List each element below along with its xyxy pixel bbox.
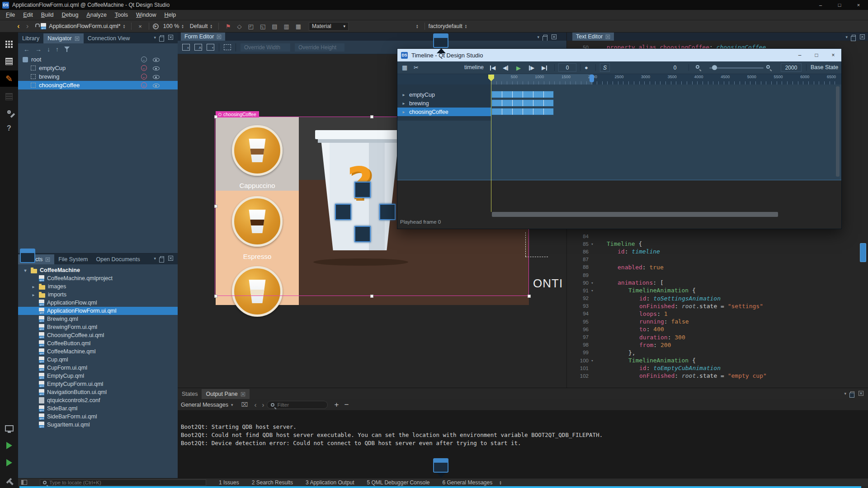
previous-frame-button[interactable]: ◀ <box>503 65 508 71</box>
timeline-track-row[interactable]: ▸ emptyCup <box>397 90 491 99</box>
code-line[interactable]: 84 <box>567 232 868 240</box>
toggle-sidebar-icon[interactable] <box>21 480 27 485</box>
fold-marker-icon[interactable]: ▾ <box>589 281 596 285</box>
expand-arrow-icon[interactable]: ▸ <box>401 109 406 114</box>
timeline-minimize-button[interactable]: – <box>792 49 808 61</box>
timeline-settings-icon[interactable]: ▦ <box>402 64 407 71</box>
close-panel-icon[interactable] <box>168 35 173 40</box>
next-item-icon[interactable]: › <box>262 401 264 408</box>
end-frame-marker[interactable] <box>590 75 594 82</box>
code-line[interactable]: 98 from: 200 <box>567 341 868 349</box>
zoom-out-icon[interactable] <box>696 65 699 69</box>
pane-stepper[interactable]: ▴▾ <box>500 480 501 485</box>
easing-curve-icon[interactable]: S <box>600 63 610 72</box>
output-channel-selector[interactable]: General Messages <box>181 402 228 408</box>
close-panel-icon[interactable] <box>860 34 865 39</box>
project-file-row[interactable]: EmptyCupForm.ui.qml <box>18 380 178 388</box>
maximize-pane-icon[interactable] <box>859 391 863 396</box>
output-filter-input[interactable]: Filter <box>267 401 328 409</box>
design-mode-icon[interactable]: ✎ <box>0 70 18 87</box>
collapse-pane-icon[interactable]: ▾ <box>844 391 846 396</box>
snap-anchor-icon[interactable]: A <box>194 44 202 51</box>
project-file-row[interactable]: CupForm.ui.qml <box>18 364 178 372</box>
keyframe-bar[interactable] <box>491 99 554 107</box>
minimize-button[interactable]: – <box>811 0 830 10</box>
run-button[interactable] <box>0 438 18 453</box>
output-pane-button[interactable]: 5 QML Debugger Console <box>367 479 430 486</box>
open-document-selector[interactable]: ApplicationFlowForm.ui.qml* <box>49 23 120 29</box>
project-file-row[interactable]: BrewingForm.ui.qml <box>18 323 178 331</box>
close-tab-icon[interactable] <box>217 34 221 38</box>
menu-item[interactable]: Debug <box>58 10 83 20</box>
float-panel-icon[interactable] <box>160 256 164 260</box>
project-file-row[interactable]: ApplicationFlow.qml <box>18 299 178 307</box>
code-line[interactable]: 85 ▾ Timeline { <box>567 240 868 248</box>
project-file-row[interactable]: ▾ CoffeeMachine <box>18 266 178 274</box>
zoom-slider-handle[interactable] <box>712 65 717 70</box>
output-pane-button[interactable]: 3 Application Output <box>306 479 354 486</box>
tab-file-system[interactable]: File System <box>54 254 92 264</box>
expand-arrow-icon[interactable]: ▸ <box>31 292 36 297</box>
move-up-icon[interactable]: ↑ <box>56 46 59 53</box>
project-file-row[interactable]: SideBar.qml <box>18 404 178 413</box>
override-width-field[interactable]: Override Width <box>241 43 290 52</box>
next-frame-button[interactable]: ▶ <box>529 65 534 71</box>
panel-menu-icon[interactable]: ▾ <box>845 35 848 39</box>
tab-open-documents[interactable]: Open Documents <box>92 254 144 264</box>
resize-handle[interactable] <box>214 205 217 208</box>
code-line[interactable]: 93 onFinished: root.state = "settings" <box>567 302 868 310</box>
close-tab-icon[interactable] <box>241 392 245 396</box>
project-file-row[interactable]: CoffeeMachine.qmlproject <box>18 274 178 282</box>
tab-text-editor[interactable]: Text Editor <box>572 33 614 41</box>
project-file-row[interactable]: SugarItem.ui.qml <box>18 421 178 429</box>
toolbar-icon[interactable]: ◰ <box>248 23 254 30</box>
play-button[interactable]: ▶ <box>516 65 521 71</box>
project-file-row[interactable]: Brewing.qml <box>18 315 178 323</box>
expand-arrow-icon[interactable]: ▾ <box>23 268 28 273</box>
output-pane-button[interactable]: 6 General Messages <box>442 479 492 486</box>
visibility-eye-icon[interactable] <box>153 66 160 70</box>
debug-run-button[interactable] <box>0 455 18 470</box>
maximize-button[interactable]: □ <box>830 0 849 10</box>
project-file-row[interactable]: NavigationButton.ui.qml <box>18 388 178 396</box>
panel-menu-icon[interactable]: ▾ <box>537 35 539 39</box>
toolbar-icon[interactable]: ◇ <box>237 23 242 30</box>
fold-marker-icon[interactable]: ▾ <box>589 288 596 293</box>
live-preview-icon[interactable]: ▶ <box>153 23 159 29</box>
project-file-row[interactable]: ChoosingCoffee.ui.qml <box>18 331 178 339</box>
channel-dropdown-icon[interactable]: ▾ <box>231 403 233 407</box>
timeline-vscrollbar[interactable] <box>836 86 840 177</box>
float-panel-icon[interactable] <box>852 35 856 39</box>
zoom-in-button[interactable]: + <box>334 400 339 409</box>
cappuccino-icon[interactable] <box>232 125 283 176</box>
zoom-out-button[interactable]: − <box>344 400 349 409</box>
snap-off-icon[interactable]: x <box>182 44 190 51</box>
tab-form-editor[interactable]: Form Editor <box>181 33 225 41</box>
code-line[interactable]: 89 <box>567 271 868 279</box>
export-icon[interactable]: ← <box>141 56 147 62</box>
resize-handle[interactable] <box>214 115 217 118</box>
record-button[interactable]: ● <box>585 64 588 71</box>
export-icon[interactable]: ← <box>141 74 147 80</box>
project-file-row[interactable]: Cup.qml <box>18 356 178 364</box>
welcome-mode-icon[interactable] <box>0 37 18 52</box>
float-panel-icon[interactable] <box>160 35 164 39</box>
code-line[interactable]: 94 loops: 1 <box>567 310 868 318</box>
sugar-cube[interactable] <box>354 226 371 242</box>
forward-button[interactable]: › <box>26 22 29 31</box>
document-stepper[interactable]: ▴▾ <box>123 24 125 28</box>
timeline-ruler[interactable]: 5001000150020002500300035004000450050005… <box>397 74 841 84</box>
sugar-cube[interactable] <box>354 182 371 198</box>
timeline-window[interactable]: DS Timeline - Qt Design Studio – □ × ▦ ✂… <box>397 48 842 229</box>
toolbar-icon[interactable]: ▤ <box>272 23 277 30</box>
resize-handle[interactable] <box>214 295 217 298</box>
timeline-track-row[interactable]: ▸ choosingCoffee <box>397 108 491 116</box>
menu-item[interactable]: Tools <box>111 10 132 20</box>
menu-item[interactable]: Build <box>37 10 58 20</box>
close-panel-icon[interactable] <box>552 34 557 39</box>
code-line[interactable]: 97 duration: 300 <box>567 333 868 341</box>
export-icon[interactable]: ← <box>141 65 147 71</box>
output-pane-button[interactable]: 2 Search Results <box>252 479 293 486</box>
panel-menu-icon[interactable]: ▾ <box>154 35 156 40</box>
to-start-button[interactable]: ◀ <box>490 65 495 71</box>
